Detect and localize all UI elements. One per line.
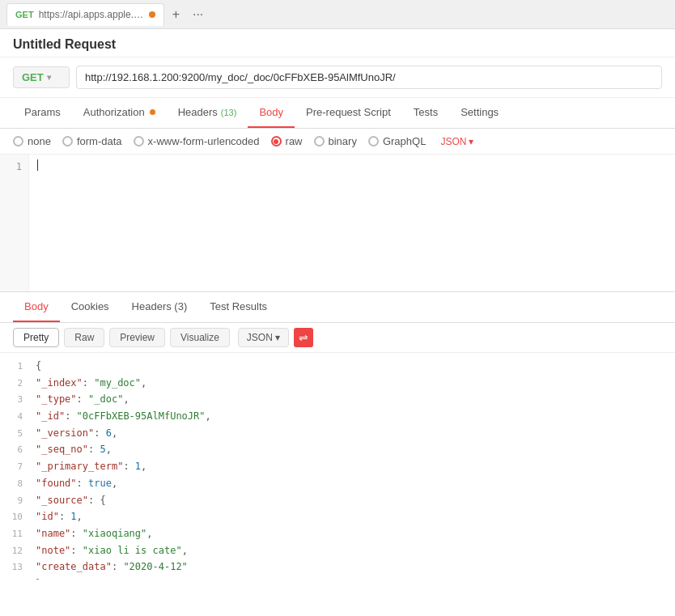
radio-raw	[271, 136, 282, 147]
new-tab-button[interactable]: +	[168, 6, 185, 23]
body-type-form-data[interactable]: form-data	[62, 135, 122, 147]
body-type-graphql[interactable]: GraphQL	[368, 135, 426, 147]
radio-urlencoded	[134, 136, 144, 147]
view-visualize-button[interactable]: Visualize	[170, 328, 230, 347]
res-tab-test-results[interactable]: Test Results	[198, 292, 278, 322]
request-tabs: Params Authorization Headers (13) Body P…	[0, 98, 675, 129]
cursor	[37, 159, 38, 171]
radio-binary	[314, 136, 325, 147]
more-tabs-button[interactable]: ···	[188, 6, 208, 23]
json-response-line: 6 "_seq_no": 5,	[0, 441, 675, 458]
response-body[interactable]: 1{2 "_index": "my_doc",3 "_type": "_doc"…	[0, 353, 675, 580]
method-chevron-icon: ▾	[47, 73, 51, 82]
view-preview-button[interactable]: Preview	[109, 328, 165, 347]
tab-pre-request[interactable]: Pre-request Script	[295, 98, 402, 128]
body-type-bar: none form-data x-www-form-urlencoded raw…	[0, 129, 675, 155]
res-tab-body[interactable]: Body	[13, 292, 60, 322]
json-dropdown-chevron-icon: ▾	[469, 136, 473, 147]
url-bar: GET ▾	[0, 57, 675, 98]
radio-form-data	[62, 136, 73, 147]
json-response-line: 3 "_type": "_doc",	[0, 391, 675, 408]
tab-tests[interactable]: Tests	[402, 98, 449, 128]
tab-bar: GET https://api.apps.apple.com/v1/c... +…	[0, 0, 675, 29]
tab-headers[interactable]: Headers (13)	[167, 98, 248, 128]
editor-area: 1	[0, 155, 675, 292]
json-response-line: 13 "create_data": "2020-4-12"	[0, 559, 675, 576]
json-response-line: 5 "_version": 6,	[0, 425, 675, 442]
radio-graphql	[368, 136, 379, 147]
tab-body[interactable]: Body	[248, 98, 295, 128]
json-response-content: 1{2 "_index": "my_doc",3 "_type": "_doc"…	[0, 353, 675, 580]
request-tab[interactable]: GET https://api.apps.apple.com/v1/c...	[6, 3, 164, 26]
tab-method-badge: GET	[15, 10, 34, 19]
radio-none	[13, 136, 23, 147]
json-format-label: JSON	[440, 136, 466, 147]
json-format-dropdown[interactable]: JSON ▾	[440, 136, 473, 147]
body-type-none[interactable]: none	[13, 135, 51, 147]
response-format-label: JSON	[247, 332, 273, 343]
json-response-line: 8 "found": true,	[0, 475, 675, 492]
method-label: GET	[22, 71, 44, 83]
json-response-line: 10 "id": 1,	[0, 508, 675, 525]
authorization-dot	[150, 109, 155, 115]
body-type-binary[interactable]: binary	[314, 135, 357, 147]
body-type-raw[interactable]: raw	[271, 135, 303, 147]
view-pretty-button[interactable]: Pretty	[13, 328, 59, 347]
json-response-line: 14 }	[0, 576, 675, 580]
request-title: Untitled Request	[0, 29, 675, 57]
word-wrap-button[interactable]: ⇌	[294, 328, 313, 347]
tab-authorization[interactable]: Authorization	[72, 98, 167, 128]
url-input[interactable]	[76, 66, 662, 89]
json-response-line: 4 "_id": "0cFFbXEB-95AlMfUnoJR",	[0, 408, 675, 425]
editor-content[interactable]	[29, 155, 675, 291]
method-select[interactable]: GET ▾	[13, 66, 70, 88]
res-tab-headers[interactable]: Headers (3)	[121, 292, 199, 322]
json-response-line: 11 "name": "xiaoqiang",	[0, 525, 675, 542]
json-response-line: 12 "note": "xiao li is cate",	[0, 542, 675, 559]
format-chevron-icon: ▾	[275, 332, 280, 343]
json-response-line: 2 "_index": "my_doc",	[0, 375, 675, 392]
editor-line-numbers: 1	[0, 155, 29, 291]
tab-modified-dot	[149, 11, 155, 18]
body-type-urlencoded[interactable]: x-www-form-urlencoded	[134, 135, 260, 147]
response-section: Body Cookies Headers (3) Test Results Pr…	[0, 292, 675, 580]
response-format-dropdown[interactable]: JSON ▾	[238, 328, 289, 347]
res-tab-cookies[interactable]: Cookies	[60, 292, 121, 322]
json-response-line: 1{	[0, 358, 675, 375]
tab-url: https://api.apps.apple.com/v1/c...	[39, 9, 144, 20]
tab-settings[interactable]: Settings	[449, 98, 510, 128]
tab-params[interactable]: Params	[13, 98, 72, 128]
response-tabs: Body Cookies Headers (3) Test Results	[0, 292, 675, 323]
view-raw-button[interactable]: Raw	[64, 328, 104, 347]
json-response-line: 7 "_primary_term": 1,	[0, 458, 675, 475]
response-toolbar: Pretty Raw Preview Visualize JSON ▾ ⇌	[0, 323, 675, 353]
json-response-line: 9 "_source": {	[0, 492, 675, 509]
